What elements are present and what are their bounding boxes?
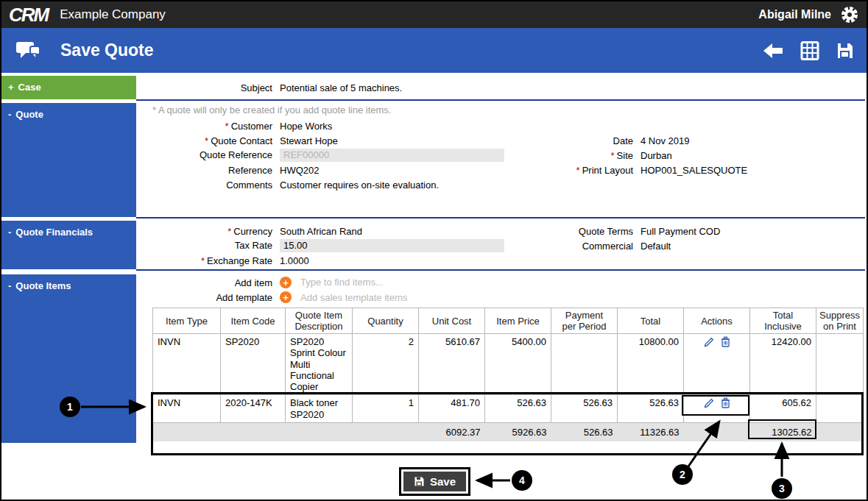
edit-icon[interactable] bbox=[704, 336, 715, 347]
customer-label: Customer bbox=[231, 121, 272, 132]
cell-total: 526.63 bbox=[618, 395, 684, 423]
cell-quantity: 1 bbox=[353, 395, 419, 423]
table-header-row: Item Type Item Code Quote Item Descripti… bbox=[153, 308, 864, 334]
quote-terms-label: Quote Terms bbox=[412, 225, 633, 238]
section-divider bbox=[136, 269, 865, 271]
save-icon[interactable] bbox=[836, 41, 855, 60]
totals-total: 11326.63 bbox=[618, 423, 684, 441]
subject-label: Subject bbox=[136, 82, 272, 94]
cell-unit-cost: 5610.67 bbox=[419, 334, 485, 395]
site-field: *Site Durban bbox=[412, 149, 672, 162]
add-template-plus-icon[interactable]: + bbox=[280, 291, 292, 303]
cell-item-type: INVN bbox=[153, 395, 221, 423]
cell-item-code: 2020-147K bbox=[221, 395, 286, 423]
print-layout-value: HOP001_SALESQUOTE bbox=[641, 164, 747, 177]
expand-icon: + bbox=[8, 82, 14, 93]
comments-value: Customer requires on-site evaluation. bbox=[280, 179, 439, 191]
add-template-button[interactable]: Add sales template items bbox=[300, 291, 407, 304]
sidebar-item-quote-items[interactable]: -Quote Items bbox=[1, 274, 136, 443]
totals-item-price: 5926.63 bbox=[485, 423, 551, 441]
section-divider bbox=[136, 99, 865, 101]
reference-label: Reference bbox=[136, 164, 272, 177]
col-item-type: Item Type bbox=[153, 308, 221, 334]
sidebar-item-case[interactable]: +Case bbox=[1, 76, 136, 99]
commercial-value: Default bbox=[641, 240, 671, 252]
back-icon[interactable] bbox=[762, 41, 784, 60]
add-item-row: Add item + bbox=[136, 277, 484, 289]
quote-terms-field: Quote Terms Full Payment COD bbox=[412, 225, 720, 238]
cell-total: 10800.00 bbox=[618, 334, 684, 395]
user-name[interactable]: Abigail Milne bbox=[758, 8, 831, 21]
sidebar-item-quote[interactable]: -Quote bbox=[1, 103, 136, 217]
cell-item-price: 526.63 bbox=[485, 395, 551, 423]
cell-payment-per-period bbox=[551, 334, 618, 395]
quote-contact-value: Stewart Hope bbox=[280, 135, 338, 147]
collapse-icon: - bbox=[8, 227, 11, 238]
col-item-price: Item Price bbox=[485, 308, 551, 334]
totals-row: 6092.37 5926.63 526.63 11326.63 13025.62 bbox=[153, 423, 864, 441]
crm-logo: CRM bbox=[9, 4, 48, 26]
save-annotation-box: Save bbox=[399, 467, 470, 496]
topbar: CRM Example Company Abigail Milne bbox=[1, 1, 867, 28]
table-row: INVN 2020-147K Black toner SP2020 1 481.… bbox=[153, 395, 864, 423]
cell-item-code: SP2020 bbox=[221, 334, 286, 395]
cell-description: Black toner SP2020 bbox=[286, 395, 353, 423]
table-row: INVN SP2020 SP2020 Sprint Colour Multi F… bbox=[153, 334, 864, 395]
cell-quantity: 2 bbox=[353, 334, 419, 395]
customer-field: *Customer Hope Works bbox=[136, 120, 332, 132]
required-marker: * bbox=[201, 255, 205, 266]
cell-total-inclusive: 605.62 bbox=[750, 395, 816, 423]
delete-icon[interactable] bbox=[721, 397, 730, 408]
print-layout-label: Print Layout bbox=[582, 165, 633, 176]
section-divider bbox=[136, 217, 865, 218]
cell-total-inclusive: 12420.00 bbox=[750, 334, 816, 395]
col-item-code: Item Code bbox=[221, 308, 286, 334]
print-layout-field: *Print Layout HOP001_SALESQUOTE bbox=[412, 164, 747, 177]
required-marker: * bbox=[611, 150, 615, 161]
currency-field: *Currency South African Rand bbox=[136, 225, 362, 238]
date-field: Date 4 Nov 2019 bbox=[412, 135, 690, 147]
site-value: Durban bbox=[641, 149, 672, 162]
cell-item-price: 5400.00 bbox=[485, 334, 551, 395]
cell-unit-cost: 481.70 bbox=[419, 395, 485, 423]
subject-field: Subject Potential sale of 5 machines. bbox=[136, 82, 402, 94]
reference-value: HWQ202 bbox=[280, 164, 319, 177]
annotation-circle-2: 2 bbox=[672, 464, 693, 485]
totals-total-inclusive: 13025.62 bbox=[750, 423, 816, 441]
reference-field: Reference HWQ202 bbox=[136, 164, 319, 177]
comments-label: Comments bbox=[136, 179, 272, 191]
settings-gear-icon[interactable] bbox=[840, 5, 859, 24]
annotation-circle-1: 1 bbox=[60, 397, 80, 417]
col-payment-per-period: Payment per Period bbox=[551, 308, 618, 334]
edit-icon[interactable] bbox=[704, 397, 715, 408]
commercial-field: Commercial Default bbox=[412, 240, 671, 252]
cell-payment-per-period: 526.63 bbox=[551, 395, 618, 423]
add-template-label: Add template bbox=[136, 291, 272, 304]
exchange-rate-value: 1.0000 bbox=[280, 255, 309, 267]
quote-notice: * A quote will only be created if you ad… bbox=[152, 104, 391, 116]
page-header: Save Quote bbox=[1, 28, 867, 73]
calculator-icon[interactable] bbox=[800, 41, 819, 60]
required-marker: * bbox=[225, 121, 229, 132]
date-value: 4 Nov 2019 bbox=[641, 135, 690, 147]
col-description: Quote Item Description bbox=[286, 308, 353, 334]
tax-rate-label: Tax Rate bbox=[136, 239, 272, 252]
cell-description: SP2020 Sprint Colour Multi Functional Co… bbox=[286, 334, 353, 395]
quote-contact-field: *Quote Contact Stewart Hope bbox=[136, 135, 338, 147]
company-name: Example Company bbox=[60, 7, 166, 22]
save-floppy-icon bbox=[414, 476, 425, 487]
annotation-circle-3: 3 bbox=[772, 478, 792, 499]
cell-suppress-on-print bbox=[816, 334, 864, 395]
collapse-icon: - bbox=[8, 280, 11, 291]
save-button[interactable]: Save bbox=[403, 472, 466, 491]
required-marker: * bbox=[576, 165, 580, 176]
required-marker: * bbox=[227, 226, 231, 237]
col-actions: Actions bbox=[684, 308, 750, 334]
sidebar-item-quote-financials[interactable]: -Quote Financials bbox=[1, 221, 136, 269]
add-item-input[interactable] bbox=[300, 277, 484, 288]
cell-item-type: INVN bbox=[153, 334, 221, 395]
col-unit-cost: Unit Cost bbox=[419, 308, 485, 334]
add-item-plus-icon[interactable]: + bbox=[280, 277, 292, 288]
delete-icon[interactable] bbox=[721, 336, 730, 347]
cell-actions bbox=[684, 395, 750, 423]
